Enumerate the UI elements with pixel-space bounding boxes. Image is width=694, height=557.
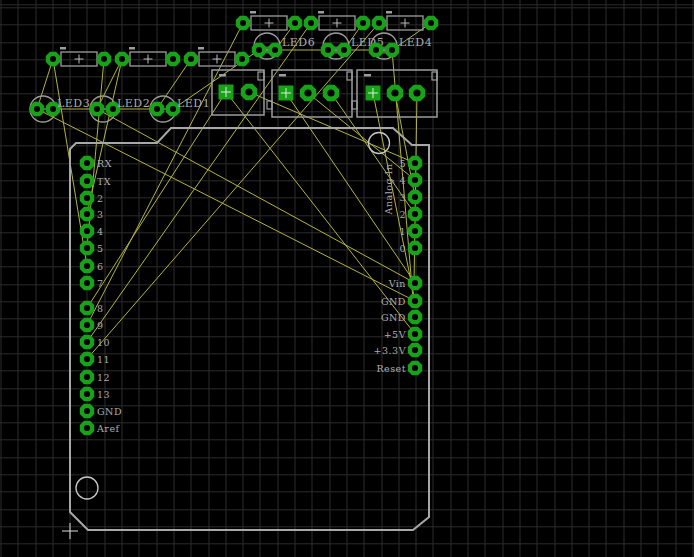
- resistor-pad[interactable]: [46, 52, 60, 66]
- left-header-pad[interactable]: [80, 241, 94, 255]
- pot-square-pad[interactable]: [366, 86, 381, 101]
- pot-square-pad[interactable]: [219, 85, 234, 100]
- resistor-pad[interactable]: [304, 16, 318, 30]
- airwire[interactable]: [37, 109, 415, 301]
- name-placeholder-dash: [318, 11, 324, 14]
- pin-label: 8: [97, 303, 104, 314]
- board-canvas[interactable]: LED6LED5LED4LED3LED2LED1RXTX234567891011…: [0, 0, 694, 557]
- left-header-pad[interactable]: [80, 404, 94, 418]
- analog-in-group-label: Analog In: [383, 164, 394, 216]
- led[interactable]: LED6: [252, 33, 315, 59]
- pot-square-pad[interactable]: [279, 86, 294, 101]
- resistor-pad[interactable]: [236, 16, 250, 30]
- left-header-pad[interactable]: [80, 156, 94, 170]
- pin-label: 2: [399, 209, 406, 220]
- resistor-pad[interactable]: [235, 52, 249, 66]
- pin-label: 3: [399, 192, 406, 203]
- resistor-pad[interactable]: [115, 52, 129, 66]
- right-header-pad[interactable]: [408, 173, 422, 187]
- left-header-pad[interactable]: [80, 191, 94, 205]
- pin-label: GND: [97, 406, 122, 417]
- pot-round-pad[interactable]: [241, 84, 257, 100]
- pot-round-pad[interactable]: [323, 85, 339, 101]
- led-pad[interactable]: [369, 43, 383, 57]
- resistor[interactable]: [46, 47, 111, 66]
- led-pad[interactable]: [150, 102, 164, 116]
- pin-label: 4: [399, 175, 406, 186]
- right-header-pad[interactable]: [408, 276, 422, 290]
- airwire[interactable]: [87, 23, 379, 359]
- resistor-pad[interactable]: [424, 16, 438, 30]
- led-label: LED3: [57, 97, 90, 110]
- led[interactable]: LED3: [30, 96, 90, 122]
- board-outline[interactable]: [70, 128, 429, 530]
- led-label: LED2: [117, 97, 150, 110]
- led-pad[interactable]: [268, 43, 282, 57]
- pin-label: Aref: [96, 423, 121, 434]
- left-header-pad[interactable]: [80, 352, 94, 366]
- resistor[interactable]: [115, 47, 180, 66]
- right-header-pad[interactable]: [408, 207, 422, 221]
- pin-label: 9: [97, 320, 104, 331]
- pin-label: Reset: [376, 363, 406, 374]
- name-placeholder-dash: [364, 74, 371, 77]
- right-header-pad[interactable]: [408, 310, 422, 324]
- pin-label: 0: [399, 243, 406, 254]
- pot-round-pad[interactable]: [409, 85, 425, 101]
- led-pad[interactable]: [252, 43, 266, 57]
- pin-label: 12: [97, 372, 110, 383]
- potentiometer[interactable]: [267, 70, 352, 117]
- left-header-pad[interactable]: [80, 318, 94, 332]
- led-pad[interactable]: [30, 102, 44, 116]
- pin-label: GND: [381, 312, 406, 323]
- led[interactable]: LED1: [150, 96, 210, 122]
- resistor-pad[interactable]: [166, 52, 180, 66]
- resistor[interactable]: [236, 11, 302, 30]
- left-header-pad[interactable]: [80, 276, 94, 290]
- left-header-pad[interactable]: [80, 174, 94, 188]
- airwire[interactable]: [37, 59, 53, 109]
- right-header-pad[interactable]: [408, 224, 422, 238]
- left-header-pad[interactable]: [80, 421, 94, 435]
- left-header-pad[interactable]: [80, 207, 94, 221]
- airwire[interactable]: [87, 23, 311, 342]
- right-header-pad[interactable]: [408, 327, 422, 341]
- airwire[interactable]: [87, 59, 122, 214]
- led-pad[interactable]: [321, 43, 335, 57]
- right-header-pad[interactable]: [408, 343, 422, 357]
- resistor[interactable]: [372, 11, 438, 30]
- pin-label: 5: [97, 243, 104, 254]
- led-pad[interactable]: [337, 43, 351, 57]
- resistor-pad[interactable]: [372, 16, 386, 30]
- resistor[interactable]: [184, 47, 249, 66]
- resistor-pad[interactable]: [356, 16, 370, 30]
- left-header-pad[interactable]: [80, 259, 94, 273]
- resistor-pad[interactable]: [184, 52, 198, 66]
- right-header-pad[interactable]: [408, 294, 422, 308]
- pin-label: 4: [97, 226, 104, 237]
- resistor-pad[interactable]: [288, 16, 302, 30]
- led-pad[interactable]: [90, 102, 104, 116]
- airwire[interactable]: [87, 92, 226, 308]
- led-pad[interactable]: [385, 43, 399, 57]
- component-origin-cross-icon: [144, 55, 153, 64]
- right-header-pad[interactable]: [408, 241, 422, 255]
- left-header-pad[interactable]: [80, 387, 94, 401]
- component-origin-cross-icon: [333, 19, 342, 28]
- component-origin-cross-icon: [401, 19, 410, 28]
- left-header-pad[interactable]: [80, 224, 94, 238]
- right-header-pad[interactable]: [408, 156, 422, 170]
- right-header-pad[interactable]: [408, 190, 422, 204]
- left-header-pad[interactable]: [80, 301, 94, 315]
- left-header-pad[interactable]: [80, 335, 94, 349]
- pot-mount-tab: [258, 72, 264, 80]
- pot-round-pad[interactable]: [300, 85, 316, 101]
- component-origin-cross-icon: [265, 19, 274, 28]
- right-header-pad[interactable]: [408, 361, 422, 375]
- pot-round-pad[interactable]: [387, 85, 403, 101]
- mounting-hole[interactable]: [76, 477, 98, 499]
- left-header-pad[interactable]: [80, 370, 94, 384]
- resistor[interactable]: [304, 11, 370, 30]
- airwire[interactable]: [97, 109, 415, 283]
- resistor-pad[interactable]: [97, 52, 111, 66]
